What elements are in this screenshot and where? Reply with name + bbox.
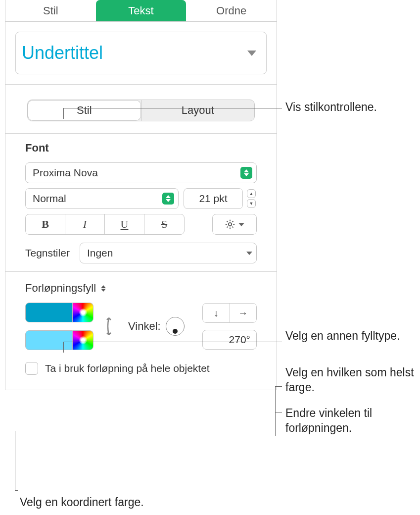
color-wheel-1[interactable] — [73, 303, 93, 322]
text-style-group: B I U S — [25, 214, 185, 235]
swap-colors-button[interactable] — [103, 311, 118, 341]
font-size-field[interactable]: 21 pkt — [184, 188, 243, 209]
paragraph-style-dropdown[interactable]: Undertittel — [15, 32, 267, 74]
apply-whole-object-label: Ta i bruk forløpning på hele objektet — [45, 362, 210, 374]
angle-value-field[interactable]: 270° — [202, 330, 257, 350]
chevron-down-icon — [247, 51, 256, 56]
tab-stil[interactable]: Stil — [5, 0, 96, 21]
dropdown-stepper-icon — [240, 167, 252, 179]
gradient-color-1[interactable] — [25, 303, 73, 322]
underline-button[interactable]: U — [105, 214, 144, 234]
font-section-title: Font — [25, 142, 257, 154]
strikethrough-button[interactable]: S — [144, 214, 184, 234]
top-tabs: Stil Tekst Ordne — [5, 0, 277, 22]
angle-down-button[interactable]: ↓ — [203, 304, 230, 322]
font-weight-value: Normal — [33, 193, 66, 205]
font-family-value: Proxima Nova — [33, 167, 98, 179]
callout-fill-type: Velg en annen fylltype. — [285, 329, 409, 344]
subtab-stil[interactable]: Stil — [28, 100, 141, 121]
font-weight-dropdown[interactable]: Normal — [25, 188, 179, 209]
angle-dial[interactable] — [166, 317, 185, 336]
callout-angle: Endre vinkelen til forløpningen. — [285, 406, 414, 436]
subtab-layout[interactable]: Layout — [141, 100, 255, 121]
paragraph-style-label: Undertittel — [22, 43, 103, 63]
angle-direction-group: ↓ → — [202, 303, 257, 323]
apply-whole-object-checkbox[interactable] — [25, 362, 38, 375]
callout-any-color: Velg en hvilken som helst farge. — [285, 365, 414, 395]
fill-type-dropdown[interactable]: Forløpningsfyll — [25, 282, 106, 295]
callout-coord-color: Velg en koordinert farge. — [20, 495, 144, 510]
fill-type-label: Forløpningsfyll — [25, 282, 96, 295]
angle-label: Vinkel: — [128, 320, 161, 333]
chevron-down-icon — [246, 252, 252, 255]
bold-button[interactable]: B — [26, 214, 65, 234]
fill-section: Forløpningsfyll — [15, 272, 267, 385]
stil-layout-segmented: Stil Layout — [27, 100, 255, 121]
angle-right-button[interactable]: → — [230, 304, 257, 322]
gear-icon — [225, 219, 235, 230]
tab-tekst[interactable]: Tekst — [96, 0, 187, 21]
tab-ordne[interactable]: Ordne — [186, 0, 277, 21]
font-section: Font Proxima Nova Normal — [15, 134, 267, 271]
font-family-dropdown[interactable]: Proxima Nova — [25, 162, 257, 183]
gradient-color-2[interactable] — [25, 330, 73, 350]
font-size-step-up[interactable]: ▲ — [247, 189, 256, 198]
callout-show-style: Vis stilkontrollene. — [285, 100, 377, 115]
char-styles-value: Ingen — [87, 247, 113, 259]
angle-value-text: 270° — [229, 334, 250, 346]
double-chevron-icon — [101, 285, 106, 292]
svg-point-0 — [229, 223, 232, 226]
chevron-down-icon — [238, 223, 244, 226]
font-size-value: 21 pkt — [199, 193, 227, 205]
format-panel: Stil Tekst Ordne Undertittel Stil Layout… — [5, 0, 277, 390]
char-styles-dropdown[interactable]: Ingen — [80, 243, 257, 263]
char-styles-label: Tegnstiler — [25, 247, 70, 259]
color-wheel-2[interactable] — [73, 330, 93, 350]
italic-button[interactable]: I — [65, 214, 105, 234]
dropdown-stepper-icon — [162, 193, 174, 205]
advanced-options-button[interactable] — [212, 214, 257, 235]
font-size-step-down[interactable]: ▼ — [247, 199, 256, 208]
